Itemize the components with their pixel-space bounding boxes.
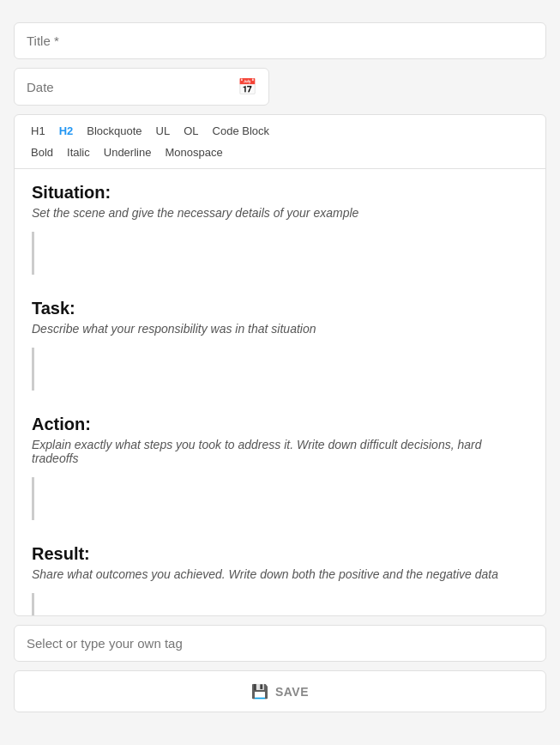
title-input[interactable] (14, 22, 546, 59)
save-label: SAVE (275, 685, 309, 699)
toolbar-code-block[interactable]: Code Block (207, 122, 275, 140)
toolbar-monospace[interactable]: Monospace (159, 143, 228, 161)
toolbar-h2[interactable]: H2 (53, 122, 80, 140)
section-action: Action: Explain exactly what steps you t… (32, 415, 528, 520)
editor-toolbar: H1 H2 Blockquote UL OL Code Block Bold I… (15, 115, 545, 169)
situation-heading: Situation: (32, 183, 528, 203)
result-input[interactable] (32, 593, 528, 615)
save-icon: 💾 (251, 683, 268, 700)
situation-subtitle: Set the scene and give the necessary det… (32, 206, 528, 220)
date-input[interactable] (27, 80, 238, 94)
section-result: Result: Share what outcomes you achieved… (32, 544, 528, 615)
date-container: 📅 (14, 68, 269, 106)
toolbar-ol[interactable]: OL (178, 122, 204, 140)
page-container: 📅 H1 H2 Blockquote UL OL Code Block Bold… (0, 14, 560, 721)
section-situation: Situation: Set the scene and give the ne… (32, 183, 528, 275)
save-button[interactable]: 💾 SAVE (14, 670, 546, 712)
editor-container: H1 H2 Blockquote UL OL Code Block Bold I… (14, 114, 546, 616)
toolbar-ul[interactable]: UL (150, 122, 177, 140)
section-task: Task: Describe what your responsibility … (32, 299, 528, 391)
action-input[interactable] (32, 477, 528, 520)
toolbar-bold[interactable]: Bold (25, 143, 59, 161)
task-heading: Task: (32, 299, 528, 318)
result-subtitle: Share what outcomes you achieved. Write … (32, 567, 528, 581)
calendar-icon[interactable]: 📅 (238, 77, 256, 96)
toolbar-italic[interactable]: Italic (61, 143, 96, 161)
action-heading: Action: (32, 415, 528, 434)
toolbar-underline[interactable]: Underline (98, 143, 158, 161)
situation-input[interactable] (32, 232, 528, 275)
tags-input[interactable] (14, 625, 546, 662)
toolbar-blockquote[interactable]: Blockquote (81, 122, 148, 140)
editor-content[interactable]: Situation: Set the scene and give the ne… (15, 169, 545, 615)
result-heading: Result: (32, 544, 528, 564)
toolbar-h1[interactable]: H1 (25, 122, 51, 140)
action-subtitle: Explain exactly what steps you took to a… (32, 438, 528, 465)
task-input[interactable] (32, 348, 528, 391)
task-subtitle: Describe what your responsibility was in… (32, 322, 528, 336)
